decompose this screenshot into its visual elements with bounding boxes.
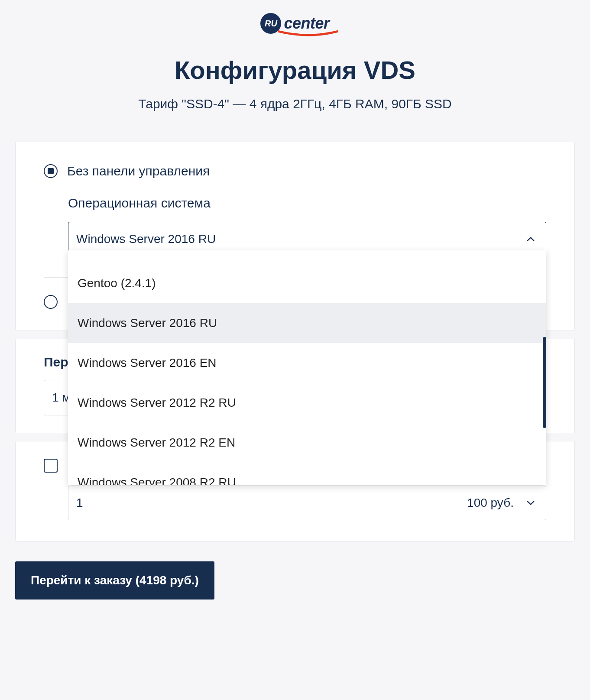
logo: RU center [260, 13, 329, 34]
chevron-down-icon [526, 498, 535, 508]
ip-price: 100 руб. [467, 496, 514, 510]
os-option-win2012r2en[interactable]: Windows Server 2012 R2 EN [68, 423, 546, 463]
os-option-win2012r2ru[interactable]: Windows Server 2012 R2 RU [68, 383, 546, 423]
config-card: Без панели управления Операционная систе… [15, 142, 575, 331]
ip-checkbox[interactable] [44, 459, 58, 473]
logo-swoosh-icon [278, 30, 338, 36]
os-option-win2016en[interactable]: Windows Server 2016 EN [68, 343, 546, 383]
ip-qty: 1 [76, 496, 83, 510]
os-option-win2016ru[interactable]: Windows Server 2016 RU [68, 303, 546, 343]
ip-price-group: 100 руб. [467, 496, 535, 510]
radio-no-panel-row[interactable]: Без панели управления [44, 164, 546, 178]
os-dropdown-scroll[interactable]: FreeBSD 11.1 Gentoo (2.4.1) Windows Serv… [68, 250, 546, 485]
submit-button[interactable]: Перейти к заказу (4198 руб.) [15, 561, 214, 600]
os-dropdown[interactable]: FreeBSD 11.1 Gentoo (2.4.1) Windows Serv… [68, 250, 546, 485]
scrollbar-thumb[interactable] [543, 337, 546, 428]
radio-with-panel[interactable] [44, 295, 58, 309]
page-title: Конфигурация VDS [15, 55, 575, 84]
chevron-up-icon [526, 234, 535, 244]
radio-no-panel[interactable] [44, 164, 58, 178]
os-select-value: Windows Server 2016 RU [76, 232, 216, 246]
os-option-partial-bottom[interactable]: Windows Server 2008 R2 RU [68, 463, 546, 485]
os-heading: Операционная система [68, 196, 546, 211]
logo-text: center [284, 14, 329, 32]
os-option-gentoo[interactable]: Gentoo (2.4.1) [68, 263, 546, 303]
ip-select[interactable]: 1 100 руб. [68, 486, 546, 520]
tariff-description: Тариф "SSD-4" — 4 ядра 2ГГц, 4ГБ RAM, 90… [15, 97, 575, 111]
logo-area: RU center [15, 13, 575, 34]
radio-no-panel-label: Без панели управления [67, 164, 210, 178]
submit-row: Перейти к заказу (4198 руб.) [15, 561, 575, 600]
os-option-partial-top[interactable]: FreeBSD 11.1 [68, 250, 546, 263]
